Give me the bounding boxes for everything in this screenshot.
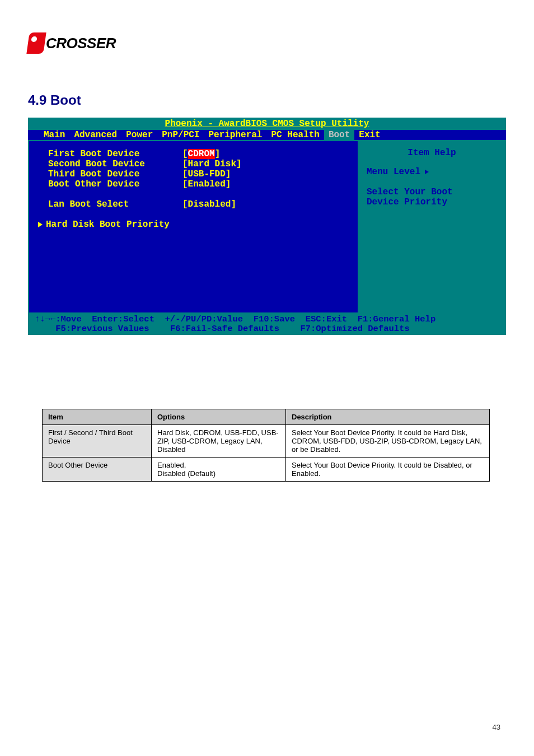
triangle-right-icon (38, 222, 43, 227)
cell-item: First / Second / Third Boot Device (43, 425, 152, 458)
options-table: Item Options Description First / Second … (42, 409, 490, 482)
menu-boot[interactable]: Boot (324, 130, 354, 140)
menu-pnppci[interactable]: PnP/PCI (157, 130, 204, 140)
menu-exit[interactable]: Exit (354, 130, 385, 140)
footer-line1: ↑↓→←:Move Enter:Select +/-/PU/PD:Value F… (35, 315, 499, 324)
bios-title: Phoenix - AwardBIOS CMOS Setup Utility (28, 118, 506, 130)
menu-power[interactable]: Power (121, 130, 157, 140)
cell-options: Hard Disk, CDROM, USB-FDD, USB-ZIP, USB-… (152, 425, 286, 458)
help-desc-line1: Select Your Boot (367, 187, 497, 197)
boot-other-value: [Enabled] (182, 179, 231, 189)
help-desc-line2: Device Priority (367, 197, 497, 207)
triangle-right-icon (425, 170, 429, 174)
cell-desc: Select Your Boot Device Priority. It cou… (286, 425, 490, 458)
first-boot-device-row[interactable]: First Boot Device [CDROM] (37, 149, 358, 159)
item-help-title: Item Help (367, 148, 497, 158)
col-item: Item (43, 409, 152, 425)
menu-advanced[interactable]: Advanced (69, 130, 121, 140)
menu-level-row: Menu Level (367, 167, 497, 177)
first-boot-value: [CDROM] (182, 149, 220, 159)
logo: CROSSER (28, 31, 130, 55)
bios-window: Phoenix - AwardBIOS CMOS Setup Utility M… (28, 118, 506, 336)
bios-footer: ↑↓→←:Move Enter:Select +/-/PU/PD:Value F… (28, 314, 506, 335)
table-row: Boot Other Device Enabled, Disabled (Def… (43, 458, 490, 482)
col-description: Description (286, 409, 490, 425)
menu-peripheral[interactable]: Peripheral (204, 130, 266, 140)
bios-body: First Boot Device [CDROM] Second Boot De… (28, 140, 506, 314)
third-boot-value: [USB-FDD] (182, 169, 231, 179)
bios-settings-pane: First Boot Device [CDROM] Second Boot De… (28, 140, 358, 314)
footer-line2: F5:Previous Values F6:Fail-Safe Defaults… (35, 324, 499, 334)
third-boot-label: Third Boot Device (37, 169, 182, 179)
second-boot-value: [Hard Disk] (182, 159, 242, 169)
lan-boot-value: [Disabled] (182, 199, 236, 209)
section-title: 4.9 Boot (28, 92, 81, 108)
table-header-row: Item Options Description (43, 409, 490, 425)
second-boot-label: Second Boot Device (37, 159, 182, 169)
logo-text: CROSSER (46, 35, 116, 52)
col-options: Options (152, 409, 286, 425)
cell-options: Enabled, Disabled (Default) (152, 458, 286, 482)
lan-boot-row[interactable]: Lan Boot Select [Disabled] (37, 199, 358, 209)
boot-other-device-row[interactable]: Boot Other Device [Enabled] (37, 179, 358, 189)
first-boot-label: First Boot Device (37, 149, 182, 159)
second-boot-device-row[interactable]: Second Boot Device [Hard Disk] (37, 159, 358, 169)
menu-main[interactable]: Main (39, 130, 69, 140)
spacer (37, 189, 358, 199)
logo-icon (26, 32, 46, 54)
table-row: First / Second / Third Boot Device Hard … (43, 425, 490, 458)
third-boot-device-row[interactable]: Third Boot Device [USB-FDD] (37, 169, 358, 179)
menu-pchealth[interactable]: PC Health (266, 130, 324, 140)
menu-bar: Main Advanced Power PnP/PCI Peripheral P… (28, 130, 506, 140)
hard-disk-boot-priority[interactable]: Hard Disk Boot Priority (37, 220, 358, 230)
boot-other-label: Boot Other Device (37, 179, 182, 189)
item-help-pane: Item Help Menu Level Select Your Boot De… (358, 140, 506, 314)
cell-item: Boot Other Device (43, 458, 152, 482)
lan-boot-label: Lan Boot Select (37, 199, 182, 209)
page-number: 43 (493, 723, 500, 731)
spacer (37, 209, 358, 220)
cell-desc: Select Your Boot Device Priority. It cou… (286, 458, 490, 482)
